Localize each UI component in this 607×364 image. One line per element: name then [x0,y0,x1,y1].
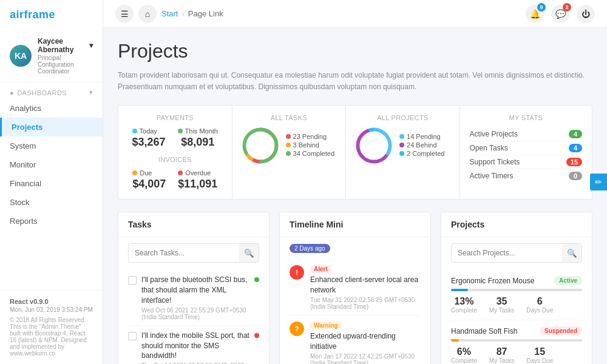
project-item-0: Ergonomic Frozen Mouse Active 13% Comple… [451,270,582,320]
projects-search-row: 🔍 [451,243,582,263]
user-name: Kaycee Abernathy ▾ [38,37,93,54]
timeline-date-badge: 2 Days ago [290,244,330,253]
sidebar-item-stock[interactable]: Stock [0,193,103,212]
tasks-card-header: Tasks [118,212,269,237]
avatar: KA [10,45,32,67]
warning-badge-1: Warning [310,322,342,329]
home-button[interactable]: ⌂ [138,5,157,23]
projects-donut [356,127,392,164]
tasks-donut [242,127,279,164]
page-title: Projects [118,40,592,62]
user-role: Principal Configuration Coordinator [38,55,93,75]
task-checkbox-0[interactable] [128,276,137,285]
timeline-item-1: ? Warning Extended upward-trending initi… [290,315,421,364]
progress-bar-1 [451,339,459,342]
alert-badge-0: Alert [310,265,331,273]
main-area: ☰ ⌂ Start › Page Link 🔔 9 💬 2 ⏻ Projects… [103,0,607,364]
sidebar-item-projects[interactable]: Projects [0,118,103,136]
task-item-1: I'll index the mobile SSL port, that sho… [128,326,259,364]
sidebar-item-analytics[interactable]: Analytics [0,99,103,118]
menu-button[interactable]: ☰ [115,5,134,23]
project-badge-1: Suspended [540,326,582,335]
stats-row: Payments Today $3,267 This Month [118,105,592,200]
active-timers-row: Active Timers 0 [470,169,582,183]
app-logo: airframe [10,8,55,21]
my-stats-panel: My Stats Active Projects 4 Open Tasks 4 … [460,106,592,199]
today-dot [132,129,137,133]
topbar-right: 🔔 9 💬 2 ⏻ [526,5,595,23]
warning-icon: ? [290,322,304,336]
notifications-button[interactable]: 🔔 9 [526,5,544,23]
open-tasks-row: Open Tasks 4 [470,141,582,155]
sidebar: airframe KA Kaycee Abernathy ▾ Principal… [0,0,103,364]
month-stat: This Month $8,091 [178,127,218,149]
task-dot-1 [254,333,259,338]
topbar: ☰ ⌂ Start › Page Link 🔔 9 💬 2 ⏻ [103,0,607,28]
month-dot [178,129,183,133]
alert-icon: ! [290,265,304,280]
timeline-card: Timeline Mini 2 Days ago ! Alert Enhance… [279,212,431,364]
sidebar-item-system[interactable]: System [0,136,103,155]
tasks-search-row: 🔍 [128,243,259,263]
progress-bar-0 [451,289,468,291]
power-button[interactable]: ⏻ [577,5,595,23]
cards-row: Tasks 🔍 I'll parse the bluetooth SCSI bu… [118,212,592,364]
timeline-card-header: Timeline Mini [280,212,430,237]
sidebar-footer: React v0.9.0 Mon, Jun 03, 2019 3:53:24 P… [0,290,103,364]
page-content: Projects Totam provident laboriosam qui … [103,28,607,364]
task-checkbox-1[interactable] [128,332,137,340]
projects-search-button[interactable]: 🔍 [562,244,582,262]
due-stat: Due $4,007 [132,169,166,190]
sidebar-item-financial[interactable]: Financial [0,174,103,193]
topbar-left: ☰ ⌂ Start › Page Link [115,5,520,23]
support-tickets-row: Support Tickets 15 [470,155,582,169]
projects-card-header: Projects [441,212,592,237]
breadcrumb: Start › Page Link [161,9,223,18]
today-stat: Today $3,267 [132,127,166,149]
projects-card: Projects 🔍 Ergonomic Frozen Mouse Active [441,212,592,364]
all-projects-panel: All Projects 14 Pending [346,106,460,199]
sidebar-user: KA Kaycee Abernathy ▾ Principal Configur… [0,30,103,83]
dashboards-section: ● Dashboards ▾ [0,83,103,99]
sidebar-logo: airframe [0,0,103,30]
overdue-stat: Overdue $11,091 [178,169,217,190]
active-projects-row: Active Projects 4 [470,127,582,141]
messages-badge: 2 [563,3,571,12]
task-item-0: I'll parse the bluetooth SCSI bus, that … [128,270,259,325]
project-item-1: Handmade Soft Fish Suspended 6% Complete [451,320,582,364]
projects-search-input[interactable] [452,245,562,261]
breadcrumb-start[interactable]: Start [161,9,178,18]
intro-text: Totam provident laboriosam qui ut. Conse… [118,70,592,93]
tasks-search-input[interactable] [129,245,239,261]
breadcrumb-page-link: Page Link [188,9,223,18]
task-dot-0 [254,277,259,282]
messages-button[interactable]: 💬 2 [551,5,569,23]
tasks-search-button[interactable]: 🔍 [239,244,259,262]
floating-edit-button[interactable]: ✏ [590,174,607,190]
user-info: Kaycee Abernathy ▾ Principal Configurati… [38,37,93,75]
payments-panel: Payments Today $3,267 This Month [118,106,232,199]
project-badge-0: Active [554,276,582,285]
all-tasks-panel: All Tasks 23 Pending [232,106,347,199]
timeline-item-0: ! Alert Enhanced client-server local are… [290,259,421,315]
sidebar-item-monitor[interactable]: Monitor [0,155,103,174]
sidebar-item-reports[interactable]: Reports [0,212,103,231]
notifications-badge: 9 [537,3,546,12]
tasks-card: Tasks 🔍 I'll parse the bluetooth SCSI bu… [118,212,270,364]
